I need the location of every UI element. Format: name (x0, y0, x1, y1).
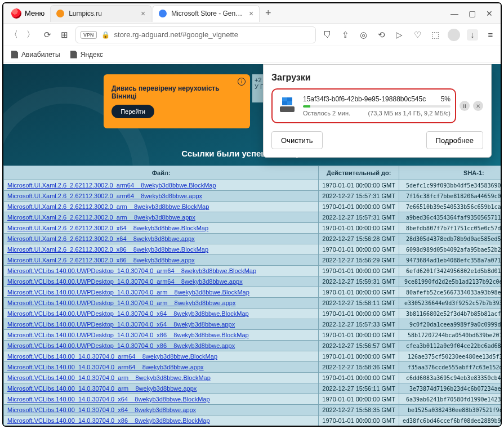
bookmark-yandex[interactable]: Яндекс (70, 51, 103, 59)
file-cell: Microsoft.UI.Xaml.2.6_2.62112.3002.0_x86… (4, 255, 319, 266)
bookmarks-bar: Авиабилеты Яндекс (3, 46, 501, 63)
ad-close-icon[interactable]: i (238, 78, 246, 86)
file-cell: Microsoft.VCLibs.140.00_14.0.30704.0_arm… (4, 383, 319, 394)
favicon-icon (56, 10, 64, 17)
share-icon[interactable]: ⇪ (340, 29, 351, 41)
close-icon[interactable]: × (249, 9, 253, 18)
date-cell: 1970-01-01 00:00:00 GMT (319, 309, 399, 319)
file-cell: Microsoft.UI.Xaml.2.6_2.62112.3002.0_x64… (4, 234, 319, 244)
file-link[interactable]: Microsoft.VCLibs.140.00.UWPDesktop_14.0.… (7, 332, 249, 338)
date-cell: 2022-12-27 15:57:33 GMT (319, 319, 399, 330)
tab-strip: Меню Lumpics.ru × Microsoft Store - Gene… (3, 3, 501, 24)
lock-icon[interactable]: 🔒 (101, 31, 110, 39)
file-link[interactable]: Microsoft.UI.Xaml.2.6_2.62112.3002.0_arm… (7, 193, 202, 199)
date-cell: 2022-12-27 15:56:28 GMT (319, 234, 399, 244)
download-filename: 15af34f3-b0f6-42bb-9e95-19888b0c545c (303, 95, 426, 103)
url-text: store.rg-adguard.net/#google_vignette (114, 30, 311, 39)
file-icon (277, 97, 297, 114)
file-link[interactable]: Microsoft.UI.Xaml.2.6_2.62112.3002.0_arm… (7, 214, 195, 221)
table-row: Microsoft.UI.Xaml.2.6_2.62112.3002.0_arm… (4, 202, 501, 212)
profile-icon[interactable] (448, 29, 460, 41)
file-link[interactable]: Microsoft.VCLibs.140.00.UWPDesktop_14.0.… (7, 321, 235, 328)
back-icon[interactable]: 〈 (8, 29, 19, 41)
tab-lumpics[interactable]: Lumpics.ru × (50, 5, 151, 22)
date-cell: 2022-12-27 15:57:31 GMT (319, 191, 399, 202)
ad-cta-button[interactable]: Перейти (111, 105, 154, 118)
file-link[interactable]: Microsoft.VCLibs.140.00.UWPDesktop_14.0.… (7, 300, 235, 306)
pause-icon[interactable]: ⏸ (460, 101, 470, 111)
download-item[interactable]: 15af34f3-b0f6-42bb-9e95-19888b0c545c 5% … (271, 88, 456, 123)
date-cell: 1970-01-01 00:00:00 GMT (319, 330, 399, 341)
minimize-icon[interactable]: ― (451, 9, 458, 18)
new-tab-button[interactable]: + (261, 7, 275, 19)
clear-button[interactable]: Очистить (271, 131, 323, 149)
close-window-icon[interactable]: ✕ (486, 9, 493, 18)
file-cell: Microsoft.VCLibs.140.00.UWPDesktop_14.0.… (4, 319, 319, 330)
shield-icon[interactable]: ⛉ (322, 29, 333, 41)
file-link[interactable]: Microsoft.VCLibs.140.00.UWPDesktop_14.0.… (7, 342, 235, 349)
opera-menu-button[interactable]: Меню (7, 6, 49, 21)
sha-cell: 28d305d4378edb78b9d0ae585ed5b69f22d1e599 (399, 234, 501, 244)
date-cell: 2022-12-27 15:57:31 GMT (319, 212, 399, 223)
easy-setup-icon[interactable]: ≡ (485, 29, 496, 41)
favicon-icon (159, 10, 167, 17)
ad-banner[interactable]: i Дивись перевірену нерухомість Вінниці … (104, 74, 250, 128)
table-row: Microsoft.UI.Xaml.2.6_2.62112.3002.0_arm… (4, 191, 501, 202)
reload-icon[interactable]: ⟳ (42, 29, 53, 41)
sha-cell: 80afefb52ce5667334033a93b98e0db8669f942b (399, 287, 501, 298)
file-link[interactable]: Microsoft.VCLibs.140.00_14.0.30704.0_arm… (7, 374, 211, 381)
file-link[interactable]: Microsoft.UI.Xaml.2.6_2.62112.3002.0_x64… (7, 235, 195, 242)
file-link[interactable]: Microsoft.VCLibs.140.00_14.0.30704.0_arm… (7, 364, 204, 370)
more-button[interactable]: Подробнее (426, 131, 483, 149)
downloads-title: Загрузки (271, 73, 483, 83)
file-cell: Microsoft.VCLibs.140.00_14.0.30704.0_arm… (4, 362, 319, 373)
pin-icon[interactable]: ▷ (394, 29, 405, 41)
file-link[interactable]: Microsoft.UI.Xaml.2.6_2.62112.3002.0_x86… (7, 246, 208, 253)
file-cell: Microsoft.VCLibs.140.00.UWPDesktop_14.0.… (4, 330, 319, 341)
file-link[interactable]: Microsoft.VCLibs.140.00.UWPDesktop_14.0.… (7, 278, 243, 285)
table-row: Microsoft.VCLibs.140.00_14.0.30704.0_x64… (4, 405, 501, 415)
ad-text: Дивись перевірену нерухомість Вінниці (111, 84, 242, 100)
vpn-badge[interactable]: VPN (81, 31, 97, 39)
bookmark-label: Яндекс (81, 51, 103, 59)
forward-icon[interactable]: 〉 (25, 29, 36, 41)
bookmark-aviabilety[interactable]: Авиабилеты (11, 51, 60, 59)
maximize-icon[interactable]: ▢ (469, 9, 476, 18)
sha-cell: 9473684ad1eb4088efc358a7a071c278b52d0a4a (399, 255, 501, 266)
sha-cell: 9ce81990fd2d2e5b1ad2137b92c0e6d84f4ccced… (399, 276, 501, 287)
sha-cell: 6efd6201f3424956802e1d5b8d01cd0ef33b47f5 (399, 266, 501, 276)
table-row: Microsoft.VCLibs.140.00.UWPDesktop_14.0.… (4, 276, 501, 287)
close-icon[interactable]: × (141, 9, 145, 18)
file-cell: Microsoft.VCLibs.140.00_14.0.30704.0_x64… (4, 405, 319, 415)
file-link[interactable]: Microsoft.VCLibs.140.00.UWPDesktop_14.0.… (7, 310, 249, 317)
cube-icon[interactable]: ⬚ (430, 29, 441, 41)
file-link[interactable]: Microsoft.UI.Xaml.2.6_2.62112.3002.0_arm… (7, 203, 209, 210)
speed-dial-icon[interactable]: ⊞ (59, 29, 70, 41)
date-cell: 1970-01-01 00:00:00 GMT (319, 287, 399, 298)
file-link[interactable]: Microsoft.VCLibs.140.00.UWPDesktop_14.0.… (7, 289, 249, 296)
file-link[interactable]: Microsoft.VCLibs.140.00_14.0.30704.0_arm… (7, 353, 217, 360)
file-link[interactable]: Microsoft.VCLibs.140.00_14.0.30704.0_x64… (7, 406, 196, 413)
tab-msstore[interactable]: Microsoft Store - Generatic × (153, 5, 260, 22)
table-row: Microsoft.VCLibs.140.00_14.0.30704.0_x86… (4, 415, 501, 426)
date-cell: 1970-01-01 00:00:00 GMT (319, 351, 399, 362)
file-cell: Microsoft.VCLibs.140.00_14.0.30704.0_arm… (4, 351, 319, 362)
cancel-download-icon[interactable]: ✕ (473, 101, 483, 111)
date-cell: 2022-12-27 15:56:11 GMT (319, 383, 399, 394)
sync-icon[interactable]: ⟲ (376, 29, 387, 41)
file-cell: Microsoft.VCLibs.140.00_14.0.30704.0_x64… (4, 394, 319, 405)
file-link[interactable]: Microsoft.VCLibs.140.00_14.0.30704.0_x86… (7, 417, 210, 424)
bookmark-label: Авиабилеты (21, 51, 60, 59)
url-box[interactable]: VPN 🔒 store.rg-adguard.net/#google_vigne… (75, 26, 316, 43)
file-cell: Microsoft.UI.Xaml.2.6_2.62112.3002.0_x64… (4, 223, 319, 234)
snapshot-icon[interactable]: ◎ (358, 29, 369, 41)
file-link[interactable]: Microsoft.VCLibs.140.00_14.0.30704.0_arm… (7, 385, 197, 392)
file-link[interactable]: Microsoft.UI.Xaml.2.6_2.62112.3002.0_x86… (7, 257, 195, 263)
heart-icon[interactable]: ♡ (412, 29, 423, 41)
downloads-button[interactable]: ↓ (467, 29, 478, 41)
file-link[interactable]: Microsoft.UI.Xaml.2.6_2.62112.3002.0_arm… (7, 182, 216, 189)
sha-cell: 58b17207244bca0540bd639be201f85ad1adf7a (399, 330, 501, 341)
file-link[interactable]: Microsoft.VCLibs.140.00_14.0.30704.0_x64… (7, 396, 210, 403)
file-link[interactable]: Microsoft.UI.Xaml.2.6_2.62112.3002.0_x64… (7, 225, 208, 231)
file-link[interactable]: Microsoft.VCLibs.140.00.UWPDesktop_14.0.… (7, 267, 256, 274)
